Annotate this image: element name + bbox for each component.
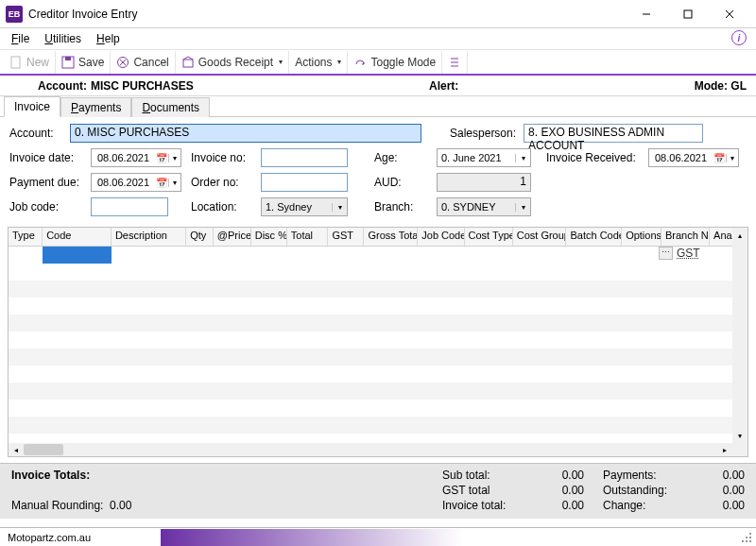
window-title: Creditor Invoice Entry [28,8,137,21]
col-gst[interactable]: GST [328,228,364,246]
account-label: Account: [38,79,87,93]
toolbar: New Save Cancel Goods Receipt▾ Actions▾ … [0,49,756,76]
col-description[interactable]: Description [112,228,186,246]
chevron-down-icon: ▾ [279,58,283,66]
outstanding-label: Outstanding: [603,484,701,497]
scroll-down-icon[interactable]: ▾ [732,428,747,443]
location-label: Location: [191,200,253,213]
list-icon [448,56,461,69]
invoice-received-input[interactable]: 08.06.2021📅▾ [648,148,739,167]
new-button[interactable]: New [4,51,56,74]
minimize-button[interactable] [626,1,667,27]
col-options[interactable]: Options [622,228,662,246]
gst-link[interactable]: GST [675,247,702,260]
col-branch-no[interactable]: Branch No [662,228,710,246]
svg-rect-6 [65,57,71,60]
menu-file[interactable]: File [6,30,35,47]
totals-panel: Invoice Totals: Sub total:0.00 Payments:… [0,463,756,519]
vertical-scrollbar[interactable]: ▴▾ [732,228,747,443]
gst-total-label: GST total [442,484,541,497]
tab-documents[interactable]: Documents [131,97,210,117]
menu-utilities[interactable]: Utilities [39,30,87,47]
menu-help[interactable]: Help [91,30,126,47]
payments-value: 0.00 [701,469,745,482]
app-badge: EB [6,6,23,23]
invoice-total-value: 0.00 [541,499,584,512]
order-no-label: Order no: [191,176,253,189]
toggle-mode-button[interactable]: Toggle Mode [348,51,442,74]
tab-payments[interactable]: Payments [60,97,131,117]
invoice-no-input[interactable] [261,148,348,167]
line-items-grid[interactable]: Type Code Description Qty @Price Disc % … [8,227,748,457]
cancel-button[interactable]: Cancel [111,51,175,74]
col-gross-total[interactable]: Gross Total [364,228,418,246]
maximize-button[interactable] [667,1,709,27]
account-input[interactable]: 0. MISC PURCHASES [70,124,421,143]
invoice-totals-label: Invoice Totals: [11,469,90,482]
account-value: MISC PURCHASES [91,79,194,93]
payment-due-input[interactable]: 08.06.2021📅▾ [91,173,181,192]
aud-label: AUD: [374,176,429,189]
status-gradient [161,529,463,546]
save-button[interactable]: Save [56,51,111,74]
svg-rect-10 [183,60,193,67]
gst-total-value: 0.00 [541,484,584,497]
toggle-icon [353,56,367,69]
col-qty[interactable]: Qty [186,228,214,246]
close-button[interactable] [709,1,750,27]
scroll-right-icon[interactable]: ▸ [717,443,732,456]
sub-total-label: Sub total: [442,469,541,482]
col-price[interactable]: @Price [214,228,251,246]
scroll-left-icon[interactable]: ◂ [9,443,24,456]
new-icon [9,56,23,69]
age-select[interactable]: 0. June 2021▾ [437,148,531,167]
aud-input: 1 [437,173,531,192]
col-disc[interactable]: Disc % [251,228,287,246]
invoice-date-input[interactable]: 08.06.2021📅▾ [91,148,181,167]
chevron-down-icon: ▾ [332,203,347,212]
info-icon[interactable]: i [731,30,747,45]
col-code[interactable]: Code [43,228,112,246]
grid-row[interactable] [9,247,747,264]
options-button[interactable]: ⋯ [659,247,673,260]
active-cell[interactable] [43,247,112,264]
scroll-thumb[interactable] [24,444,63,455]
order-no-input[interactable] [261,173,348,192]
change-label: Change: [603,499,701,512]
invoice-no-label: Invoice no: [191,151,253,164]
actions-button[interactable]: Actions▾ [289,51,348,74]
form-area: Account: 0. MISC PURCHASES Salesperson: … [0,117,756,225]
job-code-input[interactable] [91,197,168,216]
age-label: Age: [374,151,429,164]
tab-strip: Invoice Payments Documents [0,96,756,117]
scroll-up-icon[interactable]: ▴ [732,228,747,243]
payment-due-label: Payment due: [9,176,83,189]
col-cost-type[interactable]: Cost Type [465,228,513,246]
col-job-code[interactable]: Job Code [418,228,464,246]
grid-body[interactable]: ⋯ GST [9,247,747,445]
cancel-icon [116,56,129,69]
chevron-down-icon: ▾ [515,154,530,162]
svg-rect-4 [11,57,20,68]
salesperson-input[interactable]: 8. EXO BUSINESS ADMIN ACCOUNT [524,124,703,143]
branch-label: Branch: [374,200,429,213]
list-button[interactable] [442,51,468,74]
chevron-down-icon: ▾ [726,154,738,162]
col-batch-code[interactable]: Batch Code [566,228,622,246]
col-cost-group[interactable]: Cost Group [513,228,567,246]
outstanding-value: 0.00 [701,484,745,497]
resize-grip-icon[interactable] [739,530,754,545]
horizontal-scrollbar[interactable]: ◂▸ [9,443,732,456]
branch-select[interactable]: 0. SYDNEY▾ [437,197,531,216]
col-type[interactable]: Type [9,228,43,246]
location-select[interactable]: 1. Sydney▾ [261,197,348,216]
tab-invoice[interactable]: Invoice [4,96,60,117]
menu-bar: File Utilities Help i [0,28,756,49]
chevron-down-icon: ▾ [337,58,341,66]
goods-receipt-button[interactable]: Goods Receipt▾ [176,51,289,74]
change-value: 0.00 [701,499,745,512]
info-strip: Account: MISC PURCHASES Alert: Mode: GL [0,76,756,96]
payments-label: Payments: [603,469,701,482]
col-total[interactable]: Total [287,228,329,246]
status-company: Motopartz.com.au [0,532,161,543]
